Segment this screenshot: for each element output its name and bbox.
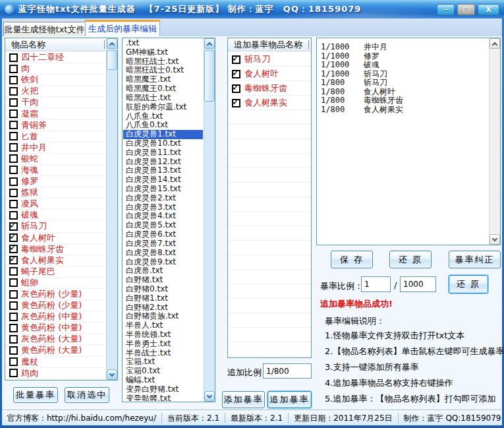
cancel-selection-button[interactable]: 取消选中 xyxy=(65,387,109,403)
scroll-up-icon[interactable] xyxy=(107,38,117,49)
textarea-scrollbar[interactable] xyxy=(489,38,500,245)
item-row[interactable]: 魔杖 xyxy=(6,357,105,368)
item-checkbox[interactable] xyxy=(9,346,18,355)
file-row[interactable]: 白虎灵兽3.txt xyxy=(123,203,203,212)
item-checkbox[interactable] xyxy=(9,233,18,242)
item-row[interactable]: 铁剑 xyxy=(6,75,105,86)
file-row[interactable]: 白虎灵兽6.txt xyxy=(123,230,203,239)
scroll-down-icon[interactable] xyxy=(204,391,215,402)
add-rate-button[interactable]: 添加暴率 xyxy=(222,391,265,408)
file-row[interactable]: 半兽战士.txt xyxy=(123,349,203,358)
item-row[interactable]: 黄色药粉 (中量) xyxy=(6,322,105,334)
item-checkbox[interactable] xyxy=(9,154,18,163)
scroll-down-icon[interactable] xyxy=(490,234,500,245)
file-row[interactable]: 八爪鱼.txt xyxy=(123,112,203,121)
item-row[interactable]: 灰色药粉 (大量) xyxy=(6,334,105,345)
file-row[interactable]: 白虎灵兽9.txt xyxy=(123,258,203,267)
append-item-row[interactable]: 毒蜘蛛牙齿 xyxy=(229,81,310,96)
item-list-scrollbar[interactable] xyxy=(106,38,117,380)
file-row[interactable]: 白野猪2.txt xyxy=(123,303,203,313)
file-row[interactable]: .txt xyxy=(123,39,203,48)
file-row[interactable]: 白野猪.txt xyxy=(123,276,203,285)
tab-rate-edit[interactable]: 生成后的暴率编辑 xyxy=(85,20,160,36)
save-button[interactable]: 保 存 xyxy=(331,251,373,268)
item-checkbox[interactable] xyxy=(9,87,18,96)
item-row[interactable]: 干肉 xyxy=(6,97,105,108)
file-row[interactable]: 暗黑战士.txt xyxy=(123,94,203,103)
file-row[interactable]: 白虎兽.txt xyxy=(123,266,203,276)
file-row[interactable]: 白野猪贵族.txt xyxy=(123,312,203,321)
item-row[interactable]: 食人树果实 xyxy=(6,255,105,266)
item-row[interactable]: 蛆卵 xyxy=(6,278,105,289)
file-row[interactable]: GM神赐.txt xyxy=(123,48,203,57)
item-row[interactable]: 食人树叶 xyxy=(6,233,105,244)
item-checkbox[interactable] xyxy=(9,245,18,253)
file-row[interactable]: 暗黑狂战士.txt xyxy=(123,57,203,67)
scroll-up-icon[interactable] xyxy=(490,38,500,49)
item-checkbox[interactable] xyxy=(9,357,18,366)
item-row[interactable]: 斩马刀 xyxy=(6,221,105,232)
file-row[interactable]: 白野猪0.txt xyxy=(123,285,203,294)
item-checkbox[interactable] xyxy=(9,132,18,140)
item-checkbox[interactable] xyxy=(9,335,18,344)
file-row[interactable]: 白虎灵兽8.txt xyxy=(123,249,203,258)
item-checkbox[interactable] xyxy=(9,200,18,208)
item-checkbox[interactable] xyxy=(9,256,18,264)
file-row[interactable]: 白虎灵兽1.txt xyxy=(123,130,203,139)
restore-button[interactable]: 还 原 xyxy=(389,251,432,268)
close-button[interactable]: X xyxy=(478,4,499,15)
file-row[interactable]: 变异白野猪.txt xyxy=(123,385,203,394)
item-checkbox[interactable] xyxy=(9,76,18,84)
item-checkbox[interactable] xyxy=(9,301,18,310)
file-row[interactable]: 白虎灵兽10.txt xyxy=(123,139,203,148)
file-row[interactable]: 宝箱0.txt xyxy=(123,367,203,376)
scroll-up-icon[interactable] xyxy=(204,38,215,49)
item-row[interactable]: 银蛇 xyxy=(6,154,105,165)
file-row[interactable]: 白虎灵兽13.txt xyxy=(123,166,203,175)
append-item-checkbox[interactable] xyxy=(232,55,240,64)
file-row[interactable]: 变异骷髅.txt xyxy=(123,394,203,401)
item-checkbox[interactable] xyxy=(9,121,18,129)
item-row[interactable]: 火把 xyxy=(6,86,105,97)
file-row[interactable]: 八爪鱼0.txt xyxy=(123,121,203,130)
item-row[interactable]: 黄色药粉 (少量) xyxy=(6,300,105,311)
tab-batch-generate[interactable]: 批量生成怪物txt文件 xyxy=(3,22,86,36)
rate-text-area[interactable]: 1/1000 井中月 1/1000 修罗 1/1000 破魂 1/1000 斩马… xyxy=(316,38,501,245)
file-row[interactable]: 白虎灵兽12.txt xyxy=(123,158,203,167)
item-checkbox[interactable] xyxy=(9,189,18,197)
file-row[interactable]: 白虎灵兽7.txt xyxy=(123,239,203,249)
file-row[interactable]: 白虎灵兽5.txt xyxy=(123,221,203,230)
file-row[interactable]: 白虎灵兽11.txt xyxy=(123,148,203,158)
item-row[interactable]: 灰色药粉 (少量) xyxy=(6,289,105,300)
item-row[interactable]: 黄色药粉 (大量) xyxy=(6,345,105,356)
file-row[interactable]: 肮脏的希尔盖.txt xyxy=(123,103,203,112)
scroll-thumb[interactable] xyxy=(107,50,117,70)
maximize-button[interactable]: □ xyxy=(457,4,475,15)
append-item-row[interactable]: 斩马刀 xyxy=(229,52,310,67)
file-row[interactable]: 蝙蝠.txt xyxy=(123,376,203,385)
append-rate-button[interactable]: 追加暴率 xyxy=(267,391,312,408)
append-item-checkbox[interactable] xyxy=(232,99,240,107)
item-checkbox[interactable] xyxy=(9,109,18,118)
file-row[interactable]: 半兽人.txt xyxy=(123,321,203,330)
append-item-row[interactable]: 食人树果实 xyxy=(229,96,310,110)
item-checkbox[interactable] xyxy=(9,53,18,62)
scroll-thumb[interactable] xyxy=(204,50,215,102)
item-checkbox[interactable] xyxy=(9,267,18,276)
item-row[interactable]: 匕首 xyxy=(6,131,105,142)
item-checkbox[interactable] xyxy=(9,166,18,174)
file-list-scrollbar[interactable] xyxy=(204,38,215,402)
file-row[interactable]: 白野猪1.txt xyxy=(123,294,203,303)
item-checkbox[interactable] xyxy=(9,290,18,299)
item-row[interactable]: 破魂 xyxy=(6,210,105,221)
minimize-button[interactable]: ─ xyxy=(437,4,455,15)
item-row[interactable]: 四十二章经 xyxy=(6,52,105,63)
item-row[interactable]: 灰色药粉 (中量) xyxy=(6,311,105,322)
batch-rate-button[interactable]: 批量暴率 xyxy=(13,387,58,403)
item-checkbox[interactable] xyxy=(9,278,18,287)
item-checkbox[interactable] xyxy=(9,98,18,107)
append-item-checkbox[interactable] xyxy=(232,70,240,78)
item-row[interactable]: 肉 xyxy=(6,63,105,75)
file-row[interactable]: 半兽统领.txt xyxy=(123,330,203,340)
scroll-down-icon[interactable] xyxy=(107,369,117,380)
